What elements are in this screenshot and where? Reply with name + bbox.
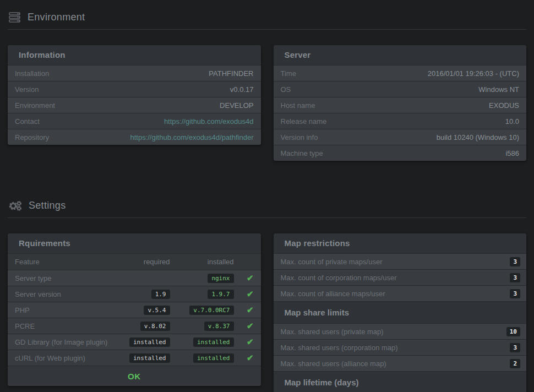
row-value-link[interactable]: https://github.com/exodus4d/pathfinder xyxy=(130,133,253,141)
server-stack-icon xyxy=(9,12,21,23)
environment-section-title: Environment xyxy=(28,12,85,23)
row-value: 2016/01/01 19:26:03 - (UTC) xyxy=(428,69,519,78)
info-row: Environment DEVELOP xyxy=(8,97,261,113)
map-setting-row: Max. count of alliance maps/user 3 xyxy=(274,285,527,301)
setting-value-badge: 2 xyxy=(510,359,520,368)
row-value: Windows NT xyxy=(478,85,519,94)
check-icon: ✔ xyxy=(247,337,254,346)
check-icon: ✔ xyxy=(247,353,254,362)
feature-label: PHP xyxy=(15,306,113,314)
info-row: Host name EXODUS xyxy=(274,97,527,113)
row-value-link[interactable]: https://github.com/exodus4d xyxy=(164,117,254,126)
row-value: PATHFINDER xyxy=(209,69,253,78)
setting-value-badge: 10 xyxy=(506,327,520,336)
setting-value-badge: 3 xyxy=(510,257,520,266)
info-row: Repository https://github.com/exodus4d/p… xyxy=(8,129,261,145)
requirements-rows: Server type nginx ✔ Server version 1.9 1… xyxy=(8,270,261,366)
required-value-badge: installed xyxy=(129,337,170,347)
installed-value-badge: v.7.0.0RC7 xyxy=(189,306,233,315)
info-row: Version v0.0.17 xyxy=(8,81,261,97)
requirement-row: PCRE v.8.02 v.8.37 ✔ xyxy=(8,318,261,334)
setting-label: Max. count of alliance maps/user xyxy=(281,290,385,298)
setting-label: Max. shared users (alliance map) xyxy=(281,360,386,368)
row-label: Environment xyxy=(15,101,55,110)
server-rows: Time 2016/01/01 19:26:03 - (UTC) OS Wind… xyxy=(274,65,527,161)
map-setting-row: Max. count of corporation maps/user 3 xyxy=(274,269,527,285)
row-value: DEVELOP xyxy=(220,101,253,110)
requirement-row: cURL (for Web plugin) installed installe… xyxy=(8,350,261,366)
required-value-badge: v.8.02 xyxy=(140,322,170,331)
info-row: Machine type i586 xyxy=(274,145,527,161)
row-label: Version info xyxy=(281,133,318,141)
feature-label: Server type xyxy=(15,274,113,282)
row-value: 10.0 xyxy=(505,117,519,126)
setting-label: Max. count of corporation maps/user xyxy=(281,274,397,282)
row-value: build 10240 (Windows 10) xyxy=(437,133,519,141)
check-icon: ✔ xyxy=(247,289,254,298)
installed-value-badge: installed xyxy=(193,353,234,363)
info-row: Release name 10.0 xyxy=(274,113,527,129)
row-value: v0.0.17 xyxy=(230,85,254,94)
map-subsection-title: Map share limits xyxy=(274,301,527,323)
column-header-feature: Feature xyxy=(15,258,113,266)
row-label: Release name xyxy=(281,117,327,126)
map-setting-row: Max. shared users (corporation map) 3 xyxy=(274,339,527,355)
map-restrictions-panel: Map restrictions Max. count of private m… xyxy=(274,233,527,392)
feature-label: cURL (for Web plugin) xyxy=(15,354,113,362)
row-label: Repository xyxy=(15,133,49,141)
settings-section-title: Settings xyxy=(29,200,66,211)
info-row: Contact https://github.com/exodus4d xyxy=(8,113,261,129)
admin-settings-page: Environment Information Installation PAT… xyxy=(0,0,534,392)
required-value-badge: v.5.4 xyxy=(144,306,170,315)
environment-section-header: Environment xyxy=(8,0,526,30)
information-rows: Installation PATHFINDER Version v0.0.17 … xyxy=(8,65,261,145)
column-header-required: required xyxy=(113,258,170,266)
setting-label: Max. shared users (corporation map) xyxy=(281,344,398,352)
row-value: i586 xyxy=(505,149,519,157)
setting-value-badge: 3 xyxy=(510,289,520,298)
information-panel-title: Information xyxy=(8,45,261,65)
setting-label: Max. shared users (private map) xyxy=(281,328,384,336)
row-label: Time xyxy=(281,69,296,78)
check-icon: ✔ xyxy=(247,305,254,314)
installed-value-badge: nginx xyxy=(208,274,233,283)
environment-panels: Information Installation PATHFINDER Vers… xyxy=(8,45,526,161)
requirement-row: PHP v.5.4 v.7.0.0RC7 ✔ xyxy=(8,302,261,318)
setting-value-badge: 3 xyxy=(510,273,520,282)
server-panel: Server Time 2016/01/01 19:26:03 - (UTC) … xyxy=(274,45,527,161)
row-label: Contact xyxy=(15,117,40,126)
feature-label: Server version xyxy=(15,290,113,298)
column-header-installed: installed xyxy=(170,258,234,266)
requirement-row: Server version 1.9 1.9.7 ✔ xyxy=(8,286,261,302)
check-icon: ✔ xyxy=(247,321,254,330)
settings-panels: Rquirements Feature required installed S… xyxy=(8,233,526,392)
setting-value-badge: 3 xyxy=(510,343,520,352)
required-value-badge: 1.9 xyxy=(151,290,170,299)
map-setting-row: Max. shared users (private map) 10 xyxy=(274,323,527,339)
map-setting-row: Max. count of private maps/user 3 xyxy=(274,253,527,269)
requirements-footer: OK xyxy=(8,366,261,386)
row-label: Version xyxy=(15,85,39,94)
requirements-panel: Rquirements Feature required installed S… xyxy=(8,233,261,386)
info-row: Installation PATHFINDER xyxy=(8,65,261,81)
feature-label: GD Library (for Image plugin) xyxy=(15,338,113,346)
required-value-badge: installed xyxy=(129,353,170,363)
info-row: OS Windows NT xyxy=(274,81,527,97)
check-icon: ✔ xyxy=(247,273,254,282)
info-row: Time 2016/01/01 19:26:03 - (UTC) xyxy=(274,65,527,81)
server-panel-title: Server xyxy=(274,45,527,65)
gears-icon xyxy=(9,200,22,211)
map-restrictions-panel-title: Map restrictions xyxy=(274,233,527,253)
setting-label: Max. count of private maps/user xyxy=(281,258,383,266)
row-value: EXODUS xyxy=(489,101,519,110)
settings-section-header: Settings xyxy=(8,188,526,218)
map-restriction-rows: Max. count of private maps/user 3 Max. c… xyxy=(274,253,527,392)
map-subsection-title: Map lifetime (days) xyxy=(274,371,527,392)
requirements-panel-title: Rquirements xyxy=(8,233,261,253)
row-label: OS xyxy=(281,85,291,94)
row-label: Installation xyxy=(15,69,49,78)
installed-value-badge: v.8.37 xyxy=(204,322,234,331)
row-label: Machine type xyxy=(281,149,323,157)
installed-value-badge: installed xyxy=(193,337,234,347)
information-panel: Information Installation PATHFINDER Vers… xyxy=(8,45,261,145)
